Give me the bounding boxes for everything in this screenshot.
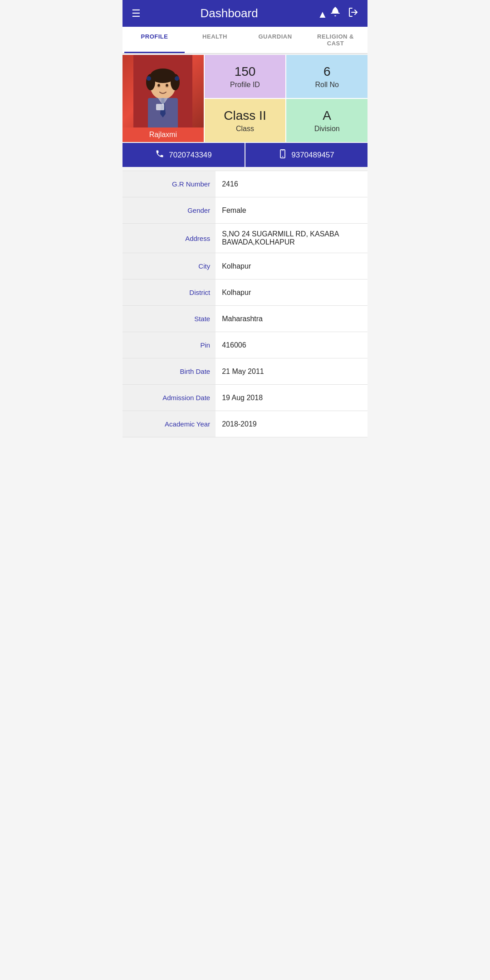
field-label-pin: Pin (122, 332, 216, 358)
info-row: CityKolhapur (122, 253, 368, 279)
roll-no-value: 6 (323, 64, 331, 79)
field-value-district: Kolhapur (216, 279, 368, 305)
header-actions: ▲ (318, 7, 358, 20)
info-row: Admission Date19 Aug 2018 (122, 385, 368, 411)
info-table: G.R Number2416GenderFemaleAddressS,NO 24… (122, 171, 368, 437)
field-label-city: City (122, 253, 216, 279)
svg-point-4 (146, 74, 155, 90)
roll-no-cell: 6 Roll No (286, 55, 368, 98)
svg-point-7 (175, 76, 179, 81)
field-label-state: State (122, 306, 216, 332)
info-row: DistrictKolhapur (122, 279, 368, 306)
field-value-city: Kolhapur (216, 253, 368, 279)
field-value-pin: 416006 (216, 332, 368, 358)
info-row: StateMaharashtra (122, 306, 368, 332)
mobile-icon (279, 149, 287, 161)
division-cell: A Division (286, 99, 368, 142)
profile-id-label: Profile ID (230, 81, 260, 89)
page-title: Dashboard (200, 6, 258, 20)
tab-profile[interactable]: PROFILE (124, 27, 185, 53)
profile-id-cell: 150 Profile ID (205, 55, 286, 98)
class-value: Class II (224, 108, 266, 123)
field-label-admission-date: Admission Date (122, 385, 216, 411)
bell-icon[interactable]: ▲ (318, 7, 340, 20)
svg-point-6 (147, 76, 151, 81)
tab-bar: PROFILE HEALTH GUARDIAN RELIGION & CAST (122, 27, 368, 54)
tab-health[interactable]: HEALTH (185, 27, 245, 53)
info-row: GenderFemale (122, 197, 368, 224)
svg-point-16 (282, 156, 283, 157)
student-photo-cell: Rajlaxmi (122, 55, 204, 142)
phone1-number: 7020743349 (169, 151, 212, 160)
svg-rect-17 (282, 151, 284, 151)
student-photo (122, 55, 204, 137)
field-label-address: Address (122, 224, 216, 253)
logout-icon[interactable] (348, 7, 358, 20)
svg-point-5 (171, 74, 180, 90)
division-value: A (323, 108, 331, 123)
phone1-button[interactable]: 7020743349 (122, 143, 245, 167)
field-value-g.r-number: 2416 (216, 171, 368, 197)
field-value-state: Maharashtra (216, 306, 368, 332)
profile-card-grid: Rajlaxmi 150 Profile ID 6 Roll No Class … (122, 55, 368, 142)
division-label: Division (314, 125, 340, 133)
field-label-district: District (122, 279, 216, 305)
field-label-g.r-number: G.R Number (122, 171, 216, 197)
class-label: Class (236, 125, 254, 133)
student-name: Rajlaxmi (122, 127, 204, 142)
svg-point-10 (158, 84, 160, 87)
field-value-birth-date: 21 May 2011 (216, 358, 368, 384)
hamburger-icon[interactable]: ☰ (132, 8, 141, 20)
field-label-gender: Gender (122, 197, 216, 223)
class-cell: Class II Class (205, 99, 286, 142)
tab-guardian[interactable]: GUARDIAN (245, 27, 305, 53)
phone2-button[interactable]: 9370489457 (245, 143, 368, 167)
phone-icon (155, 149, 164, 161)
info-row: Birth Date21 May 2011 (122, 358, 368, 385)
profile-id-value: 150 (235, 64, 256, 79)
info-row: G.R Number2416 (122, 171, 368, 197)
info-row: Academic Year2018-2019 (122, 411, 368, 437)
field-value-admission-date: 19 Aug 2018 (216, 385, 368, 411)
field-value-gender: Female (216, 197, 368, 223)
tab-religion[interactable]: RELIGION & CAST (305, 27, 366, 53)
roll-no-label: Roll No (315, 81, 338, 89)
svg-point-11 (166, 84, 168, 87)
contact-bar: 7020743349 9370489457 (122, 143, 368, 167)
field-label-academic-year: Academic Year (122, 411, 216, 437)
phone2-number: 9370489457 (291, 151, 334, 160)
field-value-address: S,NO 24 SUGARMILL RD, KASABA BAWADA,KOLH… (216, 224, 368, 253)
info-row: Pin416006 (122, 332, 368, 358)
field-value-academic-year: 2018-2019 (216, 411, 368, 437)
info-row: AddressS,NO 24 SUGARMILL RD, KASABA BAWA… (122, 224, 368, 253)
field-label-birth-date: Birth Date (122, 358, 216, 384)
app-header: ☰ Dashboard ▲ (122, 0, 368, 27)
